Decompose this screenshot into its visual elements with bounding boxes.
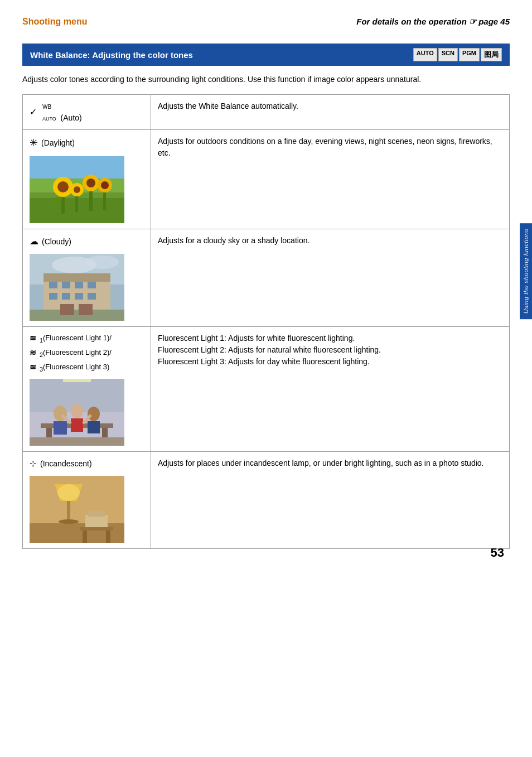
svg-rect-33 [60, 304, 74, 315]
section-title: Shooting menu [22, 17, 87, 27]
svg-rect-31 [88, 293, 96, 300]
daylight-description: Adjusts for outdoors conditions on a fin… [158, 137, 492, 157]
daylight-photo [30, 156, 124, 223]
badge-pgm: PGM [459, 48, 480, 61]
svg-rect-45 [88, 421, 100, 433]
table-row: ≋ 1(Fluorescent Light 1)/ ≋ 2(Fluorescen… [23, 327, 510, 452]
cloudy-icon: ☁ [30, 235, 38, 248]
badge-auto: AUTO [413, 48, 437, 61]
auto-description: Adjusts the White Balance automatically. [158, 102, 298, 110]
svg-rect-48 [63, 379, 91, 382]
fluor1-row: ≋ 1(Fluorescent Light 1)/ [30, 332, 144, 345]
page-number: 53 [491, 546, 504, 560]
auto-label: WBAUTO (Auto) [42, 100, 82, 124]
svg-point-42 [71, 404, 83, 418]
icon-cell-fluorescent: ≋ 1(Fluorescent Light 1)/ ≋ 2(Fluorescen… [23, 327, 151, 452]
page-header: Shooting menu For details on the operati… [22, 17, 510, 27]
svg-point-6 [57, 181, 69, 192]
desc-cell-daylight: Adjusts for outdoors conditions on a fin… [151, 130, 510, 229]
svg-rect-43 [71, 418, 83, 432]
side-tab-text: Using the shooting functions [523, 229, 529, 314]
daylight-icon-row: ✳ (Daylight) [30, 136, 144, 151]
icon-cell-daylight: ✳ (Daylight) [23, 130, 151, 229]
svg-rect-23 [43, 273, 110, 282]
svg-rect-24 [49, 282, 57, 288]
incandescent-icon: ⊹ [30, 457, 37, 470]
desc-cell-incandescent: Adjusts for places under incandescent la… [151, 452, 510, 549]
daylight-icon: ✳ [30, 136, 38, 151]
cloudy-description: Adjusts for a cloudy sky or a shady loca… [158, 236, 309, 245]
section-heading-text: White Balance: Adjusting the color tones [30, 50, 193, 60]
fluor2-label: 2(Fluorescent Light 2)/ [40, 347, 112, 359]
fluor3-label: 3(Fluorescent Light 3) [40, 361, 109, 374]
svg-rect-17 [103, 192, 106, 210]
svg-rect-32 [30, 310, 124, 321]
incandescent-photo [30, 476, 124, 543]
cloudy-label: (Cloudy) [42, 236, 71, 248]
fluor3-row: ≋ 3(Fluorescent Light 3) [30, 361, 144, 374]
side-tab: Using the shooting functions [520, 223, 532, 319]
svg-rect-11 [89, 191, 93, 211]
svg-rect-26 [75, 282, 83, 288]
svg-rect-30 [75, 293, 83, 300]
table-row: ✓ WBAUTO (Auto) Adjusts the White Balanc… [23, 95, 510, 130]
incandescent-description: Adjusts for places under incandescent la… [158, 459, 483, 467]
fluorescent-labels: ≋ 1(Fluorescent Light 1)/ ≋ 2(Fluorescen… [30, 332, 144, 373]
svg-point-10 [86, 179, 95, 187]
incandescent-icon-row: ⊹ (Incandescent) [30, 457, 144, 470]
daylight-label: (Daylight) [41, 137, 75, 149]
badge-special: 图局 [481, 48, 502, 61]
page-container: Shooting menu For details on the operati… [0, 0, 532, 571]
svg-point-21 [85, 255, 119, 269]
fluor1-icon: ≋ [30, 332, 36, 344]
fluor1-label: 1(Fluorescent Light 1)/ [40, 332, 112, 345]
svg-rect-41 [54, 421, 67, 435]
svg-rect-3 [30, 156, 124, 179]
svg-point-44 [88, 407, 100, 421]
svg-rect-29 [62, 293, 70, 300]
sunflower-image [30, 156, 124, 223]
svg-rect-49 [30, 437, 124, 446]
table-row: ☁ (Cloudy) [23, 229, 510, 327]
cloudy-photo [30, 254, 124, 321]
svg-point-13 [74, 186, 80, 193]
incandescent-label: (Incandescent) [40, 458, 92, 470]
icon-cell-incandescent: ⊹ (Incandescent) [23, 452, 151, 549]
incandescent-image [30, 476, 124, 543]
auto-icon-row: ✓ WBAUTO (Auto) [30, 100, 144, 124]
fluor2-row: ≋ 2(Fluorescent Light 2)/ [30, 347, 144, 359]
table-row: ⊹ (Incandescent) [23, 452, 510, 549]
svg-rect-7 [61, 197, 65, 214]
fluorescent-description: Fluorescent Light 1: Adjusts for white f… [158, 334, 381, 366]
svg-rect-25 [62, 282, 70, 288]
desc-cell-auto: Adjusts the White Balance automatically. [151, 95, 510, 130]
checkmark-icon: ✓ [30, 105, 37, 119]
wb-table: ✓ WBAUTO (Auto) Adjusts the White Balanc… [22, 94, 510, 549]
svg-point-16 [101, 181, 109, 189]
fluor2-icon: ≋ [30, 347, 36, 359]
fluorescent-image [30, 379, 124, 446]
svg-rect-14 [75, 196, 78, 212]
page-reference: For details on the operation ☞ page 45 [356, 17, 510, 27]
icon-cell-cloudy: ☁ (Cloudy) [23, 229, 151, 327]
desc-cell-cloudy: Adjusts for a cloudy sky or a shady loca… [151, 229, 510, 327]
icon-cell-auto: ✓ WBAUTO (Auto) [23, 95, 151, 130]
section-description: Adjusts color tones according to the sur… [22, 74, 510, 85]
svg-rect-34 [79, 304, 93, 315]
fluorescent-photo [30, 379, 124, 446]
svg-rect-63 [30, 476, 124, 543]
table-row: ✳ (Daylight) [23, 130, 510, 229]
cloudy-image [30, 254, 124, 321]
svg-rect-27 [88, 282, 96, 288]
fluor3-icon: ≋ [30, 361, 36, 373]
svg-rect-28 [49, 293, 57, 300]
desc-cell-fluorescent: Fluorescent Light 1: Adjusts for white f… [151, 327, 510, 452]
mode-badges: AUTO SCN PGM 图局 [413, 48, 502, 61]
section-header-bar: White Balance: Adjusting the color tones… [22, 44, 510, 66]
badge-scn: SCN [438, 48, 458, 61]
cloudy-icon-row: ☁ (Cloudy) [30, 235, 144, 248]
